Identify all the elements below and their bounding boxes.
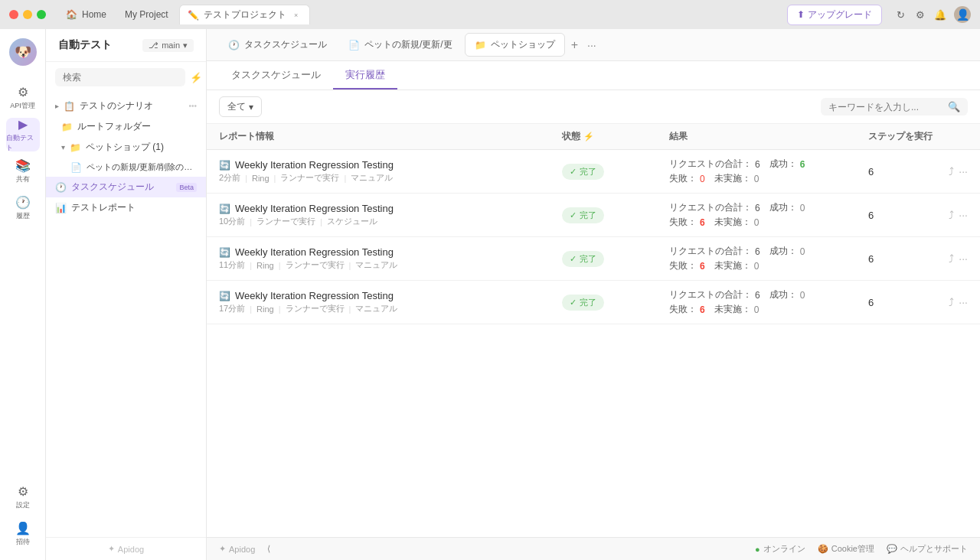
nav-item-pet-flow[interactable]: 📄 ペットの新規/更新/削除の流れ bbox=[46, 158, 206, 177]
titlebar: 🏠 Home My Project ✏️ テストプロジェクト × ⬆ アップグレ… bbox=[0, 0, 980, 29]
sidebar-item-history[interactable]: 🕐 履歴 bbox=[6, 191, 40, 225]
report-meta-2: 10分前 | ランナーで実行 | スケジュール bbox=[219, 216, 562, 227]
sidebar-item-invite[interactable]: 👤 招待 bbox=[6, 517, 40, 551]
dog-avatar[interactable]: 🐶 bbox=[9, 38, 37, 66]
result-success-val-2: 0 bbox=[800, 203, 805, 213]
collapse-sidebar-button[interactable]: ⟨ bbox=[267, 544, 270, 554]
sub-tab-schedule[interactable]: タスクスケジュール bbox=[219, 62, 333, 90]
row-actions-4: ⤴ ··· bbox=[949, 296, 968, 308]
sidebar-invite-label: 招待 bbox=[16, 537, 30, 547]
table-header: レポート情報 状態 ⚡ 結果 ステップを実行 bbox=[207, 124, 980, 150]
help-support[interactable]: 💬 ヘルプとサポート bbox=[887, 543, 968, 555]
filter-icon[interactable]: ⚡ bbox=[190, 72, 202, 83]
top-tab-pet-new[interactable]: 📄 ペットの新規/更新/更 bbox=[339, 34, 462, 56]
tab-home[interactable]: 🏠 Home bbox=[58, 6, 114, 23]
status-label-3: 完了 bbox=[580, 253, 596, 265]
result-row-3a: リクエストの合計： 6 成功： 0 bbox=[669, 245, 868, 258]
branch-label: main bbox=[162, 41, 180, 50]
sub-tab-history[interactable]: 実行履歴 bbox=[333, 62, 397, 90]
steps-cell-2: 6 ⤴ ··· bbox=[868, 209, 968, 221]
share-icon-3[interactable]: ⤴ bbox=[949, 252, 954, 265]
result-na-label-4: 未実施： bbox=[714, 303, 751, 316]
report-name-3: Weekly Iteration Regression Testing bbox=[235, 246, 394, 258]
nav-item-root-folder[interactable]: 📁 ルートフォルダー bbox=[46, 116, 206, 137]
report-icon-4: 🔄 bbox=[219, 291, 230, 301]
settings-icon[interactable]: ⚙ bbox=[914, 8, 926, 21]
nav-item-task-schedule[interactable]: 🕐 タスクスケジュール Beta bbox=[46, 177, 206, 197]
sidebar-history-label: 履歴 bbox=[16, 211, 30, 221]
more-tabs-button[interactable]: ··· bbox=[584, 36, 599, 54]
share-icon-1[interactable]: ⤴ bbox=[949, 165, 954, 177]
more-icon-1[interactable]: ··· bbox=[959, 165, 968, 177]
report-meta-4: 17分前 | Ring | ランナーで実行 | マニュアル bbox=[219, 303, 562, 314]
scenarios-arrow: ▸ bbox=[55, 102, 59, 110]
add-tab-button[interactable]: + bbox=[568, 35, 581, 55]
meta-dot-4c: | bbox=[349, 304, 351, 314]
top-tab-task-schedule[interactable]: 🕐 タスクスケジュール bbox=[219, 34, 336, 56]
sub-tab-schedule-label: タスクスケジュール bbox=[231, 69, 321, 80]
sidebar-item-api[interactable]: ⚙ API管理 bbox=[6, 81, 40, 115]
result-row-1b: 失敗： 0 未実施： 0 bbox=[669, 172, 868, 185]
close-button[interactable] bbox=[9, 10, 18, 19]
tab-close-button[interactable]: × bbox=[291, 10, 302, 21]
upgrade-label: アップグレード bbox=[808, 8, 872, 21]
apidog-footer-logo: ✦ Apidog bbox=[219, 544, 255, 554]
nav-sidebar: 自動テスト ⎇ main ▾ ⚡ + ▸ 📋 テストのシナリオ ••• 📁 bbox=[46, 29, 207, 560]
more-icon-2[interactable]: ··· bbox=[959, 209, 968, 221]
bell-icon[interactable]: 🔔 bbox=[934, 8, 946, 21]
nav-item-scenarios[interactable]: ▸ 📋 テストのシナリオ ••• bbox=[46, 96, 206, 116]
top-tab-pet-shop[interactable]: 📁 ペットショップ bbox=[465, 33, 565, 57]
result-total-label-2: リクエストの合計： bbox=[669, 201, 752, 214]
more-icon-4[interactable]: ··· bbox=[959, 296, 968, 308]
share-icon-2[interactable]: ⤴ bbox=[949, 209, 954, 221]
edit-icon: ✏️ bbox=[188, 10, 199, 21]
minimize-button[interactable] bbox=[23, 10, 32, 19]
result-na-val-4: 0 bbox=[754, 304, 760, 315]
result-total-label-4: リクエストの合計： bbox=[669, 288, 752, 301]
steps-count-4: 6 bbox=[868, 297, 874, 308]
sidebar-shared-label: 共有 bbox=[16, 174, 30, 184]
keyword-input[interactable] bbox=[828, 102, 943, 112]
report-trigger-4: マニュアル bbox=[355, 303, 397, 314]
history-icon: 🕐 bbox=[15, 195, 31, 210]
pet-shop-arrow: ▾ bbox=[61, 143, 65, 151]
result-fail-val-2: 6 bbox=[700, 217, 705, 228]
report-source-3: Ring bbox=[256, 261, 274, 270]
share-icon-4[interactable]: ⤴ bbox=[949, 296, 954, 308]
maximize-button[interactable] bbox=[37, 10, 46, 19]
result-na-label-2: 未実施： bbox=[714, 216, 751, 229]
report-trigger-1: マニュアル bbox=[351, 172, 393, 184]
report-executor-3: ランナーで実行 bbox=[286, 259, 345, 271]
result-fail-label-3: 失敗： bbox=[669, 259, 697, 272]
nav-item-pet-shop[interactable]: ▾ 📁 ペットショップ (1) bbox=[46, 137, 206, 158]
branch-selector[interactable]: ⎇ main ▾ bbox=[142, 39, 194, 52]
sidebar-item-autotest[interactable]: ▶ 自動テスト bbox=[6, 118, 40, 151]
th-status-filter-icon[interactable]: ⚡ bbox=[583, 132, 594, 142]
search-input[interactable] bbox=[55, 68, 185, 86]
sidebar-item-settings[interactable]: ⚙ 設定 bbox=[6, 480, 40, 514]
sidebar-settings-label: 設定 bbox=[16, 500, 30, 510]
apidog-footer-icon: ✦ bbox=[219, 544, 226, 554]
nav-item-test-report[interactable]: 📊 テストレポート bbox=[46, 197, 206, 218]
tab-test[interactable]: ✏️ テストプロジェクト × bbox=[179, 5, 310, 24]
apidog-footer-label: Apidog bbox=[229, 545, 255, 554]
th-status-label: 状態 bbox=[562, 130, 580, 143]
user-avatar[interactable]: 👤 bbox=[954, 6, 971, 23]
apidog-brand: ✦ Apidog bbox=[108, 544, 144, 554]
report-title-4: 🔄 Weekly Iteration Regression Testing bbox=[219, 290, 562, 301]
online-status[interactable]: ● オンライン bbox=[755, 543, 805, 555]
cookie-management[interactable]: 🍪 Cookie管理 bbox=[818, 543, 874, 555]
nav-header: 自動テスト ⎇ main ▾ bbox=[46, 29, 206, 62]
upgrade-button[interactable]: ⬆ アップグレード bbox=[787, 5, 882, 25]
sidebar-item-shared[interactable]: 📚 共有 bbox=[6, 155, 40, 188]
all-filter-select[interactable]: 全て ▾ bbox=[219, 96, 262, 117]
refresh-icon[interactable]: ↻ bbox=[894, 8, 906, 21]
top-tab-pn-label: ペットの新規/更新/更 bbox=[364, 38, 452, 51]
more-icon-3[interactable]: ··· bbox=[959, 252, 968, 265]
status-badge-2: ✓ 完了 bbox=[562, 207, 604, 223]
meta-dot-3c: | bbox=[349, 261, 351, 270]
keyword-search-icon[interactable]: 🔍 bbox=[948, 101, 960, 112]
tab-project[interactable]: My Project bbox=[117, 6, 176, 23]
home-icon: 🏠 bbox=[66, 9, 77, 20]
meta-dot-1c: | bbox=[344, 174, 346, 183]
